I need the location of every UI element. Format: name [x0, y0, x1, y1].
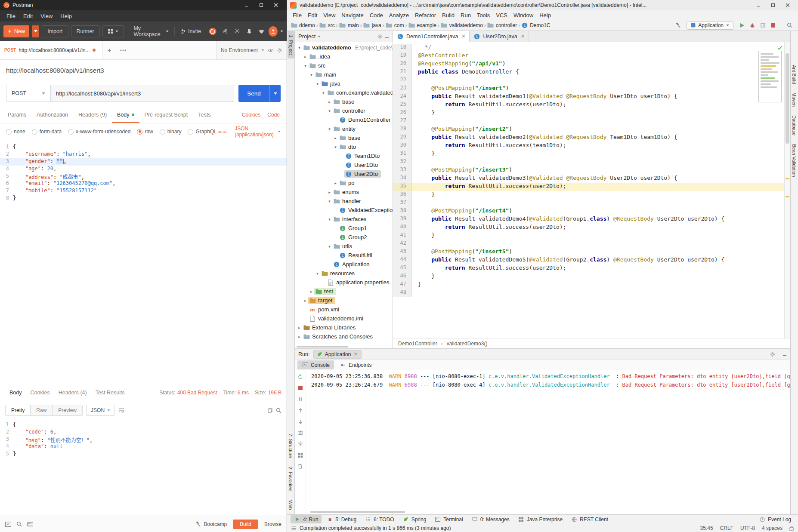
tree-item-application[interactable]: CApplication: [295, 260, 393, 269]
view-raw[interactable]: Raw: [31, 405, 53, 415]
breadcrumb-demo1c[interactable]: CDemo1C: [521, 22, 550, 28]
tree-arrow-icon[interactable]: ▸: [333, 136, 338, 140]
ij-menu-tools[interactable]: Tools: [474, 12, 493, 19]
tree-item-base[interactable]: ▸base: [295, 133, 393, 142]
tree-item-enums[interactable]: ▸enums: [295, 188, 393, 197]
console-output[interactable]: 2020-09-05 23:25:36.838 WARN 6988 --- [n…: [306, 370, 790, 514]
chevron-down-icon[interactable]: [318, 36, 321, 37]
breadcrumb-example[interactable]: example: [408, 22, 436, 28]
tree-item-group2[interactable]: IGroup2: [295, 233, 393, 242]
tree-item-pom-xml[interactable]: mpom.xml: [295, 305, 393, 314]
sync-button[interactable]: [208, 26, 217, 37]
tree-item-po[interactable]: ▸po: [295, 178, 393, 188]
close-icon[interactable]: ✕: [521, 34, 525, 39]
avatar[interactable]: [269, 26, 278, 37]
view-preview[interactable]: Preview: [53, 405, 82, 415]
toolwindow-5-debug[interactable]: 5: Debug: [323, 515, 360, 523]
content-type-selector[interactable]: JSON (application/json): [235, 126, 281, 138]
ij-menu-window[interactable]: Window: [510, 12, 536, 19]
code-line[interactable]: 4 "age": 20,: [0, 166, 287, 173]
code-line[interactable]: 44 public Result validatedDemo5(@Validat…: [393, 256, 784, 264]
tree-arrow-icon[interactable]: ▸: [327, 190, 332, 194]
debug-bug-icon[interactable]: [747, 21, 758, 30]
toolwindow-0-messages[interactable]: 0: Messages: [468, 515, 513, 523]
stripe-web[interactable]: Web: [287, 496, 294, 514]
tree-item-team1dto[interactable]: CTeam1Dto: [295, 151, 393, 160]
stripe-maven[interactable]: Maven: [791, 89, 798, 111]
down-button[interactable]: [295, 418, 306, 425]
response-format-selector[interactable]: JSON: [86, 405, 115, 416]
tree-item-resultutil[interactable]: CResultUtil: [295, 251, 393, 260]
code-line[interactable]: 29 public Result validatedDemo2(@Validat…: [393, 134, 784, 142]
body-mode-x-www-form-urlencoded[interactable]: x-www-form-urlencoded: [68, 129, 130, 135]
breadcrumb-ddemo[interactable]: ddemo: [291, 22, 315, 28]
layout-button[interactable]: [295, 452, 306, 458]
code-line[interactable]: 41 }: [393, 232, 784, 240]
breadcrumb-validateddemo[interactable]: validateddemo: [441, 22, 483, 28]
code-line[interactable]: 25 return ResultUtil.success(user1Dto);: [393, 101, 784, 109]
tree-arrow-icon[interactable]: ▾: [303, 64, 308, 68]
response-tab-body[interactable]: Body: [5, 390, 26, 396]
console-icon[interactable]: [5, 522, 11, 527]
tree-item-group1[interactable]: IGroup1: [295, 224, 393, 233]
tree-item-java[interactable]: ▾java: [295, 79, 393, 88]
tree-arrow-icon[interactable]: ▾: [321, 91, 326, 95]
tree-arrow-icon[interactable]: ▾: [327, 244, 332, 249]
editor-breadcrumb-validateddemo3[interactable]: validatedDemo3(): [447, 341, 488, 347]
lock-icon[interactable]: [789, 526, 794, 531]
request-tab-tests[interactable]: Tests: [193, 106, 216, 123]
stripe-bean-validation[interactable]: Bean Validation: [791, 140, 798, 181]
search-everywhere-icon[interactable]: [784, 21, 795, 30]
tree-item-idea[interactable]: ▸.idea: [295, 52, 393, 61]
workspace-selector[interactable]: My Workspace: [132, 25, 170, 37]
panel-settings-gear-icon[interactable]: [770, 352, 775, 357]
tree-item-target[interactable]: ▸target: [295, 296, 393, 305]
tree-arrow-icon[interactable]: ▾: [327, 127, 332, 131]
open-new-window-button[interactable]: [102, 25, 124, 37]
environment-settings-icon[interactable]: [277, 48, 282, 53]
code-line[interactable]: 4 "data": null: [0, 443, 287, 451]
tree-item-validateddemo-iml[interactable]: validateddemo.iml: [295, 314, 393, 323]
tree-item-validateddemo[interactable]: ▾validateddemoE:\project_code\validatedd…: [295, 43, 393, 52]
tree-item-scratches-and-consoles[interactable]: ▸Scratches and Consoles: [295, 332, 393, 341]
wrap-text-icon[interactable]: [118, 408, 124, 413]
close-icon[interactable]: ✕: [461, 34, 465, 39]
chevron-down-icon[interactable]: [280, 31, 283, 32]
stripe-2-favorites[interactable]: 2: Favorites: [287, 463, 294, 495]
editor-tab-user2dto-java[interactable]: CUser2Dto.java✕: [470, 31, 529, 42]
code-line[interactable]: 28 @PostMapping("/insert2"): [393, 126, 784, 134]
tree-arrow-icon[interactable]: ▸: [333, 181, 338, 185]
breadcrumb-src[interactable]: src: [319, 22, 335, 28]
tree-item-controller[interactable]: ▾controller: [295, 106, 393, 115]
tree-arrow-icon[interactable]: ▾: [327, 199, 332, 203]
code-line[interactable]: 42: [393, 240, 784, 248]
code-line[interactable]: 1{: [0, 144, 287, 151]
ij-menu-run[interactable]: Run: [458, 12, 474, 19]
code-line[interactable]: 5 "address": "成都市",: [0, 173, 287, 180]
code-line[interactable]: 3 "gender": "",: [0, 158, 287, 166]
trash-button[interactable]: [295, 463, 306, 470]
view-pretty[interactable]: Pretty: [6, 405, 31, 415]
url-input[interactable]: [51, 85, 234, 102]
build-button[interactable]: Build: [233, 520, 258, 529]
run-tab-console[interactable]: Console: [297, 360, 334, 369]
code-line[interactable]: 39 public Result validatedDemo4(@Validat…: [393, 215, 784, 224]
pause-button[interactable]: [295, 396, 306, 403]
tree-arrow-icon[interactable]: ▾: [333, 145, 338, 149]
body-mode-raw[interactable]: raw: [137, 129, 153, 135]
body-mode-form-data[interactable]: form-data: [32, 129, 62, 135]
cookies-link[interactable]: Cookies: [242, 112, 260, 118]
tree-arrow-icon[interactable]: ▾: [309, 73, 314, 77]
code-line[interactable]: 20@RequestMapping("/api/v1"): [393, 60, 784, 68]
environment-selector[interactable]: No Environment: [221, 47, 258, 53]
send-options-button[interactable]: [269, 85, 281, 102]
response-body-viewer[interactable]: 1{2 "code": 6,3 "msg": "性别不能为空！",4 "data…: [0, 419, 287, 516]
ij-menu-vcs[interactable]: VCS: [493, 12, 510, 19]
code-line[interactable]: 24 public Result validatedDemo1(@Validat…: [393, 93, 784, 101]
code-line[interactable]: 3 "msg": "性别不能为空！",: [0, 436, 287, 443]
ij-menu-build[interactable]: Build: [439, 12, 458, 19]
tree-item-test[interactable]: ▸test: [295, 287, 393, 296]
tree-item-resources[interactable]: ▾resources: [295, 269, 393, 278]
rerun-button[interactable]: [295, 373, 306, 380]
tree-arrow-icon[interactable]: ▸: [297, 335, 302, 339]
